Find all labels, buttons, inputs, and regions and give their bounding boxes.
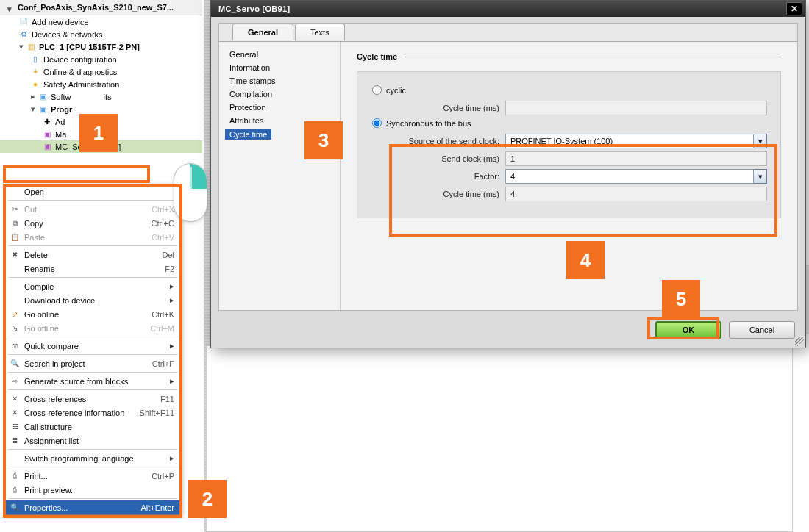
chevron-right-icon: ▸ (170, 453, 174, 463)
nav-general[interactable]: General (219, 48, 340, 61)
ctx-print-preview[interactable]: ⎙Print preview... (5, 483, 180, 497)
ctx-open[interactable]: Open (5, 184, 180, 198)
nav-protection[interactable]: Protection (219, 101, 340, 114)
radio-sync-bus[interactable] (372, 118, 382, 128)
online-icon: ⇗ (9, 310, 21, 318)
xref-icon: ✕ (9, 395, 21, 403)
list-icon: ≣ (9, 436, 21, 445)
chevron-right-icon: ▸ (170, 376, 174, 386)
separator (8, 389, 177, 390)
separator (8, 200, 177, 201)
nav-cycle-time: Cycle time (225, 129, 271, 140)
tree-online-diag[interactable]: ✶Online & diagnostics (0, 65, 202, 78)
select-source-clock[interactable]: PROFINET IO-System (100) (505, 134, 754, 148)
compare-icon: ⚖ (9, 342, 21, 350)
ctx-copy[interactable]: ⧉CopyCtrl+C (5, 216, 180, 230)
tree-project-root[interactable]: ▾ Conf_PosAxis_SynAxis_S210_new_S7... (0, 0, 202, 15)
tree-add-device[interactable]: 📄Add new device (0, 15, 202, 28)
network-icon: ⚙ (18, 29, 29, 40)
ctx-delete[interactable]: ✖DeleteDel (5, 248, 180, 262)
radio-cyclic-label: cyclic (386, 86, 406, 95)
ctx-print[interactable]: ⎙Print...Ctrl+P (5, 469, 180, 483)
tree-software-units[interactable]: ▸▣Softwits (0, 90, 202, 103)
nav-time-stamps[interactable]: Time stamps (219, 74, 340, 87)
ctx-search[interactable]: 🔍Search in projectCtrl+F (5, 356, 180, 370)
offline-icon: ⇘ (9, 324, 21, 332)
ctx-call-structure[interactable]: ☷Call structure (5, 420, 180, 434)
ctx-properties[interactable]: 🔍Properties...Alt+Enter (5, 500, 180, 514)
copy-icon: ⧉ (9, 219, 21, 228)
ctx-gen-source[interactable]: ⇨Generate source from blocks▸ (5, 374, 180, 388)
ob-icon: ▣ (41, 142, 53, 152)
ob-icon: ▣ (41, 129, 53, 140)
separator (8, 449, 177, 450)
folder-icon: ▣ (37, 92, 49, 102)
radio-cyclic[interactable] (372, 85, 382, 95)
chevron-right-icon: ▸ (170, 341, 174, 351)
ctx-switch-lang[interactable]: Switch programming language▸ (5, 451, 180, 465)
properties-icon: 🔍 (9, 503, 21, 511)
tab-general[interactable]: General (232, 24, 293, 40)
tree-device-config[interactable]: ▯Device configuration (0, 53, 202, 65)
chevron-down-icon: ▾ (18, 42, 25, 51)
tree-devices-networks[interactable]: ⚙Devices & networks (0, 28, 202, 40)
label-factor: Factor: (371, 172, 499, 181)
separator (8, 372, 177, 373)
resize-grip[interactable] (795, 337, 804, 346)
search-icon: 🔍 (9, 359, 21, 367)
ctx-compile[interactable]: Compile▸ (5, 279, 180, 293)
dialog-body: General Texts General Information Time s… (218, 23, 798, 311)
annotation-badge-2: 2 (188, 480, 227, 518)
annotation-badge-4: 4 (566, 241, 605, 279)
tab-texts[interactable]: Texts (295, 24, 345, 40)
radio-cyclic-row[interactable]: cyclic (372, 85, 767, 95)
ctx-go-offline: ⇘Go offlineCtrl+M (5, 321, 180, 335)
ctx-paste: 📋PasteCtrl+V (5, 230, 180, 244)
ctx-xref[interactable]: ✕Cross-referencesF11 (5, 392, 180, 406)
properties-dialog: MC_Servo [OB91] ✕ General Texts General … (210, 0, 806, 348)
ctx-xref-info[interactable]: ✕Cross-reference informationShift+F11 (5, 406, 180, 420)
input-cycle-time-result: 4 (505, 187, 767, 201)
label-cycle-time: Cycle time (ms) (371, 104, 499, 112)
dialog-titlebar[interactable]: MC_Servo [OB91] ✕ (211, 1, 805, 17)
chevron-right-icon: ▸ (170, 281, 174, 291)
input-cycle-time-disabled (505, 101, 767, 115)
dialog-nav: General Information Time stamps Compilat… (219, 42, 341, 310)
annotation-badge-1: 1 (79, 114, 118, 152)
ok-button[interactable]: OK (655, 321, 721, 339)
delete-icon: ✖ (9, 251, 21, 259)
dropdown-arrow-icon[interactable]: ▾ (754, 134, 767, 148)
print-icon: ⎙ (9, 472, 21, 480)
plc-icon: ▥ (25, 42, 37, 52)
context-menu: Open ✂CutCtrl+X ⧉CopyCtrl+C 📋PasteCtrl+V… (4, 184, 181, 515)
device-config-icon: ▯ (29, 54, 41, 65)
ctx-download[interactable]: Download to device▸ (5, 293, 180, 307)
close-button[interactable]: ✕ (786, 2, 802, 15)
tree-safety-admin[interactable]: ●Safety Administration (0, 78, 202, 90)
dialog-button-bar: OK Cancel (655, 321, 795, 339)
project-name: Conf_PosAxis_SynAxis_S210_new_S7... (18, 3, 174, 12)
nav-compilation[interactable]: Compilation (219, 87, 340, 101)
radio-sync-row[interactable]: Synchronous to the bus (372, 118, 767, 128)
input-send-clock: 1 (505, 151, 767, 166)
chevron-down-icon: ▾ (29, 104, 37, 114)
dropdown-arrow-icon[interactable]: ▾ (754, 169, 767, 184)
ctx-assignment-list[interactable]: ≣Assignment list (5, 434, 180, 447)
dialog-tabs: General Texts (232, 23, 346, 40)
select-factor[interactable]: 4 (505, 169, 754, 184)
label-send-clock: Send clock (ms) (371, 154, 499, 163)
print-preview-icon: ⎙ (9, 486, 21, 494)
separator (8, 277, 177, 278)
dialog-title: MC_Servo [OB91] (218, 4, 290, 13)
structure-icon: ☷ (9, 423, 21, 431)
label-cycle-time-result: Cycle time (ms) (371, 190, 499, 198)
ctx-rename[interactable]: RenameF2 (5, 262, 180, 276)
tree-plc[interactable]: ▾▥PLC_1 [CPU 1515TF-2 PN] (0, 40, 202, 53)
separator (8, 245, 177, 246)
paste-icon: 📋 (9, 233, 21, 241)
cancel-button[interactable]: Cancel (729, 321, 795, 339)
ctx-quick-compare[interactable]: ⚖Quick compare▸ (5, 339, 180, 353)
chevron-down-icon: ▾ (6, 4, 13, 14)
ctx-go-online[interactable]: ⇗Go onlineCtrl+K (5, 307, 180, 321)
nav-information[interactable]: Information (219, 61, 340, 74)
